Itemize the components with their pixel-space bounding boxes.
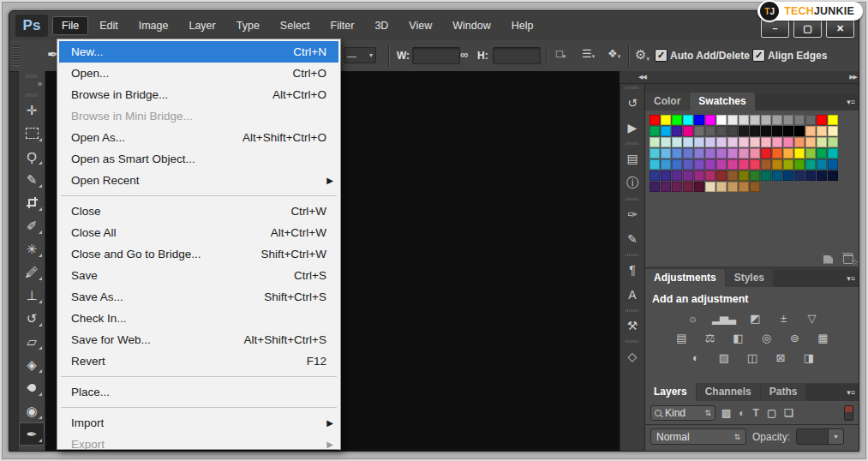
geometry-options-dropdown[interactable]: □▾	[556, 47, 566, 60]
tab-styles[interactable]: Styles	[726, 269, 773, 287]
swatch[interactable]	[783, 115, 793, 125]
tool-preset-dropdown[interactable]: —▾	[344, 47, 376, 63]
swatch[interactable]	[672, 148, 682, 159]
menubar-item-filter[interactable]: Filter	[321, 16, 364, 35]
swatch[interactable]	[750, 115, 760, 125]
link-dimensions-icon[interactable]: ∞	[460, 48, 468, 61]
menubar-item-file[interactable]: File	[52, 16, 88, 35]
info-panel-icon[interactable]: ⓘ	[620, 171, 644, 195]
swatch[interactable]	[817, 159, 827, 170]
swatch[interactable]	[805, 137, 816, 147]
swatch[interactable]	[661, 137, 671, 147]
file-menu-item-close-all[interactable]: Close AllAlt+Ctrl+W	[59, 222, 338, 243]
invert-icon[interactable]: ◐	[687, 351, 704, 364]
file-menu-item-new[interactable]: New...Ctrl+N	[59, 41, 338, 63]
file-menu-item-browse-in-mini-bridge[interactable]: Browse in Mini Bridge...	[59, 105, 338, 127]
panel-menu-icon[interactable]: ▾≡	[847, 388, 855, 397]
swatch[interactable]	[672, 159, 682, 170]
swatch[interactable]	[772, 115, 782, 125]
swatch[interactable]	[794, 171, 805, 181]
path-arrangement-dropdown[interactable]: ❖▾	[608, 47, 620, 60]
swatch[interactable]	[761, 148, 771, 159]
tab-adjustments[interactable]: Adjustments	[645, 269, 725, 287]
new-swatch-icon[interactable]	[823, 255, 833, 264]
swatch[interactable]	[794, 137, 805, 147]
swatch[interactable]	[761, 171, 771, 181]
file-menu-item-browse-in-bridge[interactable]: Browse in Bridge...Alt+Ctrl+O	[59, 84, 338, 105]
swatch[interactable]	[805, 171, 816, 181]
file-menu-item-open-as-smart-object[interactable]: Open as Smart Object...	[59, 148, 338, 170]
rectangular-marquee-tool[interactable]	[19, 122, 45, 145]
tab-swatches[interactable]: Swatches	[690, 93, 754, 111]
swatch[interactable]	[750, 171, 760, 181]
swatch[interactable]	[661, 159, 671, 170]
swatch[interactable]	[705, 115, 715, 125]
properties-panel-icon[interactable]: ▤	[620, 146, 644, 171]
layer-filter-kind-dropdown[interactable]: Kind ⇅	[650, 405, 715, 421]
swatch[interactable]	[794, 115, 805, 125]
file-menu-item-check-in[interactable]: Check In...	[59, 308, 338, 329]
swatch[interactable]	[761, 159, 771, 170]
3d-panel-icon[interactable]: ◇	[620, 344, 644, 368]
swatch[interactable]	[716, 137, 727, 147]
file-menu-item-export[interactable]: Export▶	[59, 434, 338, 450]
swatch[interactable]	[650, 137, 660, 147]
swatch[interactable]	[716, 148, 727, 159]
swatch[interactable]	[705, 148, 715, 159]
swatch[interactable]	[828, 137, 838, 147]
swatch[interactable]	[750, 126, 760, 136]
history-brush-tool[interactable]: ↺	[19, 307, 45, 330]
file-menu-item-open-as[interactable]: Open As...Alt+Shift+Ctrl+O	[59, 127, 338, 148]
file-menu-item-save[interactable]: SaveCtrl+S	[59, 265, 338, 286]
swatch[interactable]	[705, 126, 715, 136]
brush-presets-panel-icon[interactable]: ✑	[620, 201, 644, 226]
type-layer-filter-icon[interactable]: T	[753, 407, 759, 419]
swatch[interactable]	[650, 159, 660, 170]
swatch[interactable]	[727, 171, 738, 181]
swatch[interactable]	[805, 148, 816, 159]
tools-panel-icon[interactable]: ⚒	[620, 313, 644, 338]
swatch[interactable]	[727, 137, 738, 147]
brush-tool[interactable]: 🖉	[19, 260, 45, 284]
swatch[interactable]	[817, 137, 827, 147]
swatch[interactable]	[683, 148, 693, 159]
color-balance-icon[interactable]: ⚖	[701, 332, 718, 344]
swatch[interactable]	[783, 137, 793, 147]
swatch[interactable]	[727, 182, 738, 192]
clone-stamp-tool[interactable]: ⊥	[19, 284, 45, 307]
spot-healing-brush-tool[interactable]: ✳	[19, 237, 45, 260]
menubar-item-image[interactable]: Image	[129, 16, 178, 35]
swatch[interactable]	[683, 126, 693, 136]
file-menu-item-save-for-web[interactable]: Save for Web...Alt+Shift+Ctrl+S	[59, 329, 338, 350]
swatch[interactable]	[694, 159, 704, 170]
swatch[interactable]	[705, 159, 715, 170]
maximize-button[interactable]: ▢	[793, 19, 822, 38]
swatch[interactable]	[661, 148, 671, 159]
channel-mixer-icon[interactable]: ⊚	[786, 332, 803, 344]
options-bar-gripper[interactable]	[13, 45, 19, 66]
align-edges-checkbox[interactable]: ✓	[752, 49, 765, 62]
swatch[interactable]	[672, 137, 682, 147]
swatch[interactable]	[805, 126, 816, 136]
swatch[interactable]	[727, 159, 738, 170]
swatch[interactable]	[772, 159, 782, 170]
adjustment-layer-filter-icon[interactable]: ◐	[739, 407, 745, 419]
swatch[interactable]	[772, 148, 782, 159]
threshold-icon[interactable]: ◫	[744, 351, 761, 364]
swatch[interactable]	[716, 126, 727, 136]
lasso-tool[interactable]: Ϙ	[19, 145, 45, 168]
swatch[interactable]	[705, 171, 715, 181]
tab-color[interactable]: Color	[645, 93, 689, 111]
character-styles-panel-icon[interactable]: A	[620, 282, 644, 307]
swatch[interactable]	[739, 159, 749, 170]
swatch[interactable]	[683, 159, 693, 170]
menubar-item-edit[interactable]: Edit	[90, 16, 128, 35]
crop-tool[interactable]	[19, 191, 45, 214]
swatch[interactable]	[694, 148, 704, 159]
tab-channels[interactable]: Channels	[697, 383, 760, 401]
auto-add-delete-checkbox[interactable]: ✓	[655, 49, 667, 62]
panel-resize-grip[interactable]	[852, 260, 858, 266]
swatch[interactable]	[650, 115, 660, 125]
swatch[interactable]	[727, 148, 738, 159]
close-button[interactable]: ✕	[826, 19, 854, 38]
